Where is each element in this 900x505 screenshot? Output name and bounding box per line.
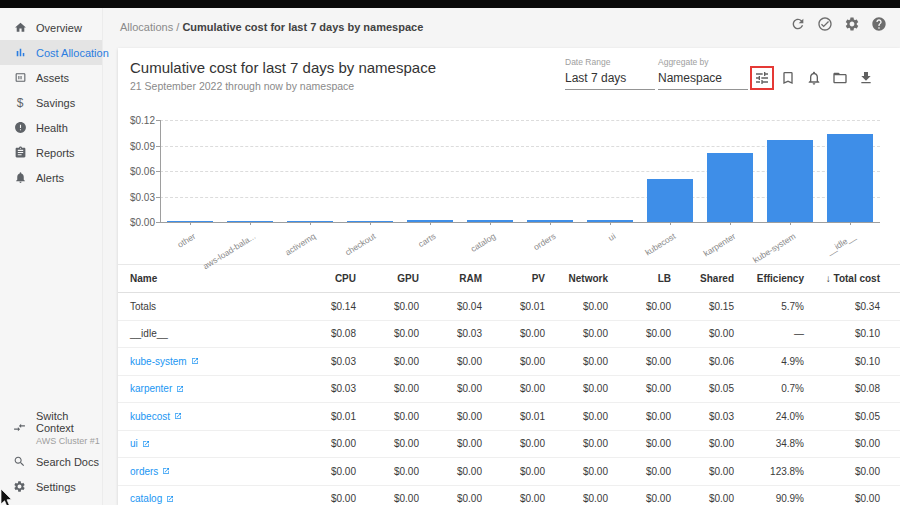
table-row--idle-: __idle__$0.08$0.00$0.03$0.00$0.00$0.00$0… [118, 321, 900, 349]
folder-icon[interactable] [831, 69, 849, 87]
error-circle-icon [13, 121, 27, 135]
cell-cpu: $0.03 [293, 383, 356, 394]
breadcrumb-allocations[interactable]: Allocations [120, 21, 173, 33]
external-link-icon[interactable] [174, 412, 182, 420]
refresh-icon[interactable] [790, 16, 806, 32]
cell-ram: $0.00 [419, 383, 482, 394]
bell-icon[interactable] [805, 69, 823, 87]
gear-icon[interactable] [844, 16, 860, 32]
external-link-icon[interactable] [176, 385, 184, 393]
page-title: Cumulative cost for last 7 days by names… [130, 59, 436, 76]
bar-karpenter[interactable] [707, 153, 753, 222]
sidebar-item-overview[interactable]: Overview [0, 15, 102, 40]
top-right-icons [790, 16, 887, 32]
x-axis-tick [190, 222, 191, 225]
switch-context-label: Switch Context [36, 410, 102, 434]
sidebar-item-cost-allocation[interactable]: Cost Allocation [0, 40, 102, 65]
cell-network: $0.00 [545, 356, 608, 367]
check-circle-icon[interactable] [817, 16, 833, 32]
cell-pv: $0.00 [482, 383, 545, 394]
cell-shared: $0.00 [671, 493, 734, 504]
cell-efficiency: 4.9% [734, 356, 804, 367]
aggregate-by-select[interactable]: Aggregate by Namespace [658, 57, 748, 90]
x-axis-tick [490, 222, 491, 225]
namespace-link[interactable]: karpenter [130, 383, 172, 394]
cell--total-cost: $0.00 [804, 493, 880, 504]
cell-efficiency: 24.0% [734, 411, 804, 422]
tune-icon[interactable] [753, 69, 771, 87]
switch-context-button[interactable]: Switch Context AWS Cluster #1 [0, 407, 102, 449]
sidebar-item-reports[interactable]: Reports [0, 140, 102, 165]
x-axis-tick [550, 222, 551, 225]
settings-button[interactable]: Settings [0, 474, 102, 499]
table-row-kubecost: kubecost$0.01$0.00$0.00$0.01$0.00$0.00$0… [118, 403, 900, 431]
external-link-icon[interactable] [162, 467, 170, 475]
cell-pv: $0.00 [482, 356, 545, 367]
namespace-link[interactable]: kube-system [130, 356, 187, 367]
cell-shared: $0.03 [671, 411, 734, 422]
sidebar-item-savings[interactable]: $ Savings [0, 90, 102, 115]
page-subtitle: 21 September 2022 through now by namespa… [130, 80, 354, 92]
cell-lb: $0.00 [608, 328, 671, 339]
dollar-icon: $ [13, 96, 27, 110]
y-axis-label: $0.03 [118, 192, 155, 203]
table-row-kube-system: kube-system$0.03$0.00$0.00$0.00$0.00$0.0… [118, 348, 900, 376]
report-toolbar [753, 69, 875, 87]
cluster-name: AWS Cluster #1 [36, 436, 102, 446]
cell-ram: $0.00 [419, 438, 482, 449]
namespace-link[interactable]: catalog [130, 493, 162, 504]
cell-ram: $0.04 [419, 301, 482, 312]
cell-network: $0.00 [545, 383, 608, 394]
cell-efficiency: 0.7% [734, 383, 804, 394]
cell-gpu: $0.00 [356, 383, 419, 394]
external-link-icon[interactable] [142, 440, 150, 448]
cell--total-cost: $0.05 [804, 411, 880, 422]
cell-cpu: $0.14 [293, 301, 356, 312]
sidebar-item-label: Health [36, 122, 68, 134]
namespace-link[interactable]: ui [130, 438, 138, 449]
cell-ram: $0.00 [419, 356, 482, 367]
cell-shared: $0.15 [671, 301, 734, 312]
cell-gpu: $0.00 [356, 301, 419, 312]
cell-network: $0.00 [545, 438, 608, 449]
sidebar-item-label: Reports [36, 147, 75, 159]
cell-pv: $0.01 [482, 301, 545, 312]
row-name: __idle__ [130, 328, 168, 339]
cell-cpu: $0.00 [293, 438, 356, 449]
cell-cpu: $0.03 [293, 356, 356, 367]
mouse-cursor [0, 489, 14, 505]
external-link-icon[interactable] [191, 357, 199, 365]
bookmark-icon[interactable] [779, 69, 797, 87]
cell-lb: $0.00 [608, 383, 671, 394]
sidebar-item-assets[interactable]: Assets [0, 65, 102, 90]
cell-pv: $0.00 [482, 328, 545, 339]
table-row-Totals: Totals$0.14$0.00$0.04$0.01$0.00$0.00$0.1… [118, 293, 900, 321]
sidebar-item-health[interactable]: Health [0, 115, 102, 140]
cell--total-cost: $0.34 [804, 301, 880, 312]
bar-kubecost[interactable] [647, 179, 693, 222]
column-header--total-cost[interactable]: ↓ Total cost [804, 273, 880, 284]
date-range-select[interactable]: Date Range Last 7 days [565, 57, 655, 90]
cell-efficiency: 34.8% [734, 438, 804, 449]
browser-top-strip [0, 0, 900, 8]
sidebar-item-alerts[interactable]: Alerts [0, 165, 102, 190]
external-link-icon[interactable] [166, 495, 174, 503]
cell-network: $0.00 [545, 466, 608, 477]
search-docs-button[interactable]: Search Docs [0, 449, 102, 474]
download-icon[interactable] [857, 69, 875, 87]
bar-kube-system[interactable] [767, 140, 813, 222]
cell-efficiency: 90.9% [734, 493, 804, 504]
x-axis-tick [610, 222, 611, 225]
y-axis-label: $0.12 [118, 115, 155, 126]
help-icon[interactable] [871, 16, 887, 32]
sidebar-item-label: Cost Allocation [36, 47, 109, 59]
web-asset-icon [13, 71, 27, 85]
card-header: Cumulative cost for last 7 days by names… [118, 48, 900, 102]
cell-pv: $0.00 [482, 493, 545, 504]
cell-lb: $0.00 [608, 411, 671, 422]
namespace-link[interactable]: kubecost [130, 411, 170, 422]
table-row-catalog: catalog$0.00$0.00$0.00$0.00$0.00$0.00$0.… [118, 486, 900, 505]
namespace-link[interactable]: orders [130, 466, 158, 477]
bar-__idle__[interactable] [827, 134, 873, 222]
y-axis-label: $0.09 [118, 141, 155, 152]
